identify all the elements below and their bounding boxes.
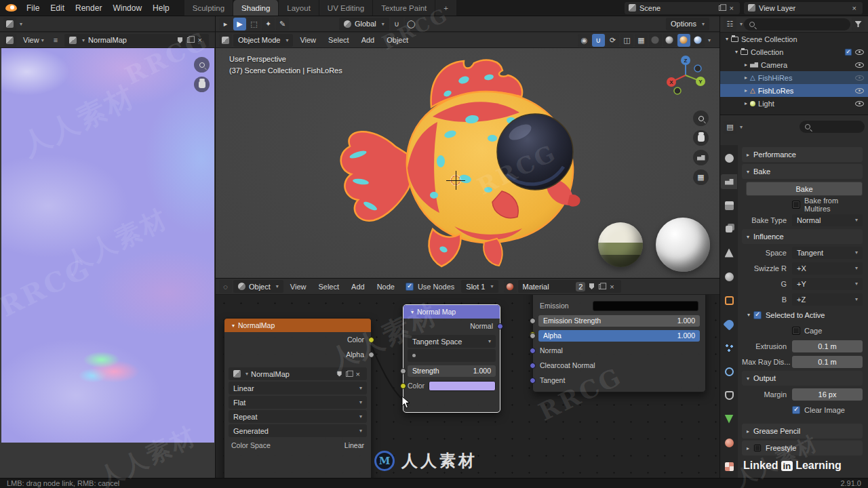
tab-shading[interactable]: Shading [233,0,279,16]
bake-button[interactable]: Bake [746,182,863,196]
image-texture-node[interactable]: ▾ NormalMap Color Alpha ▾NormalMap × Lin… [224,318,372,478]
zoom-tool-icon[interactable] [194,57,210,73]
uvmap-field[interactable] [408,349,496,362]
alpha-output-socket[interactable] [368,352,374,358]
tab-material[interactable] [721,435,737,450]
snap-toggle-icon[interactable]: ∪ [592,34,605,47]
tangent-socket[interactable] [530,378,536,384]
outliner-search-input[interactable] [744,18,850,30]
tab-particles[interactable] [721,340,737,355]
panel-bake[interactable]: ▾Bake [742,164,863,179]
outliner-row-light[interactable]: ▸ Light [720,97,868,110]
scene-selector[interactable]: Scene × [625,2,740,14]
projection-dropdown[interactable]: Flat▾ [229,396,367,409]
active-tool-icon[interactable]: ▶ [233,18,246,30]
add-workspace-button[interactable]: + [435,0,457,16]
tab-scene[interactable] [721,245,737,260]
shading-popover-icon[interactable]: ▾ [708,37,711,43]
outliner-row-collection[interactable]: ▾ Collection [720,45,868,58]
emission-strength-socket[interactable] [530,318,536,324]
menu-help[interactable]: Help [147,0,175,16]
clay-preview-sphere[interactable] [656,218,710,272]
swizzle-r-dropdown[interactable]: +X▾ [792,262,863,274]
tab-constraints[interactable] [721,388,737,403]
outliner-row-fishhires[interactable]: ▸ △ FishHiRes [720,71,868,84]
clearcoat-normal-socket[interactable] [530,363,536,369]
editor-type-outliner-icon[interactable]: ☷ [724,18,736,30]
extrusion-field[interactable]: 0.1 m [792,340,863,352]
image-datablock[interactable]: ▾ NormalMap × [64,34,209,47]
menu-file[interactable]: File [21,0,45,16]
color-swatch[interactable] [429,381,496,391]
normal-map-node[interactable]: ▾ Normal Map Normal Tangent Space▾ Stren… [403,304,500,413]
filter-funnel-icon[interactable] [852,18,865,30]
viewport-pan-hand-icon[interactable] [693,130,709,146]
pan-hand-icon[interactable] [194,77,210,92]
viewport-add-menu[interactable]: Add [356,33,380,47]
xray-icon[interactable]: ▦ [635,34,648,47]
editor-type-properties-icon[interactable]: ▤ [724,121,736,134]
slot-dropdown[interactable]: Slot 1▾ [461,280,498,293]
fake-user-icon[interactable] [177,37,182,43]
mode-dropdown[interactable]: Object Mode▾ [233,34,293,47]
selected-to-active-checkbox[interactable] [753,311,762,319]
tab-modifiers[interactable] [721,317,737,331]
tab-view-layer[interactable] [721,222,737,237]
blender-logo-icon[interactable] [5,4,17,12]
tab-object-data[interactable] [721,411,737,426]
interpolation-dropdown[interactable]: Linear▾ [229,382,367,394]
viewport-canvas[interactable]: User Perspective (37) Scene Collection |… [216,48,719,278]
panel-performance[interactable]: ▸Performance [742,147,863,162]
shading-wireframe-icon[interactable] [649,34,662,47]
transform-icon[interactable]: ✦ [262,18,275,30]
navigation-gizmo[interactable]: Z X Y [664,54,707,97]
snap-magnet-icon[interactable]: ∪ [391,18,403,30]
tab-layout[interactable]: Layout [279,0,319,16]
node-collapse-icon[interactable]: ▾ [411,309,414,315]
material-browse-icon[interactable] [504,280,517,293]
hide-icon[interactable] [855,62,864,68]
new-scene-icon[interactable] [718,5,723,11]
tab-physics[interactable] [721,364,737,379]
menu-render[interactable]: Render [70,0,107,16]
space-dropdown[interactable]: Tangent Space▾ [408,335,496,348]
viewport-view-menu[interactable]: View [294,33,321,47]
tab-output[interactable] [721,198,737,213]
tab-world[interactable] [721,269,737,284]
hide-icon[interactable] [855,49,864,55]
node-image-datablock[interactable]: ▾NormalMap × [229,367,367,380]
expand-icon[interactable]: ▾ [735,49,738,55]
shader-view-menu[interactable]: View [285,279,312,294]
freestyle-checkbox[interactable] [754,445,761,451]
principled-bsdf-node[interactable]: Emission Emission Strength1.000 Alpha1.0… [532,278,706,392]
clear-image-checkbox[interactable] [792,406,800,414]
select-box-icon[interactable]: ⬚ [248,18,260,30]
emission-strength-slider[interactable]: Emission Strength1.000 [538,315,700,327]
expand-icon[interactable]: ▸ [745,100,747,106]
fish-model[interactable] [331,52,602,275]
cage-checkbox[interactable] [792,327,800,335]
viewport-select-menu[interactable]: Select [323,33,355,47]
view-layer-selector[interactable]: View Layer × [744,2,863,14]
alpha-slider[interactable]: Alpha1.000 [538,330,700,342]
material-datablock[interactable]: Material 2 × [518,280,621,293]
emission-color-swatch[interactable] [593,301,698,311]
extension-dropdown[interactable]: Repeat▾ [229,410,367,423]
margin-field[interactable]: 16 px [792,388,863,401]
tab-tool[interactable] [721,150,737,165]
subpanel-influence[interactable]: ▾Influence [742,229,863,244]
material-unlink-icon[interactable]: × [608,283,616,291]
hide-icon[interactable] [855,88,864,94]
remove-view-layer-icon[interactable]: × [850,4,859,12]
outliner-row-scene-collection[interactable]: ▾ Scene Collection [720,33,868,45]
editor-type-shader-icon[interactable]: ◌ [219,280,232,293]
strength-slider[interactable]: Strength1.000 [408,365,496,377]
pivot-point-icon[interactable]: ◉ [578,34,591,47]
gizmos-icon[interactable]: ⟳ [606,34,619,47]
transform-orientation-dropdown[interactable]: Global▾ [339,18,389,30]
shading-rendered-icon[interactable] [692,34,705,47]
tab-texture[interactable] [721,459,737,474]
hide-icon[interactable] [855,75,864,81]
unlink-scene-icon[interactable]: × [728,4,736,12]
alpha-socket[interactable] [530,333,536,339]
